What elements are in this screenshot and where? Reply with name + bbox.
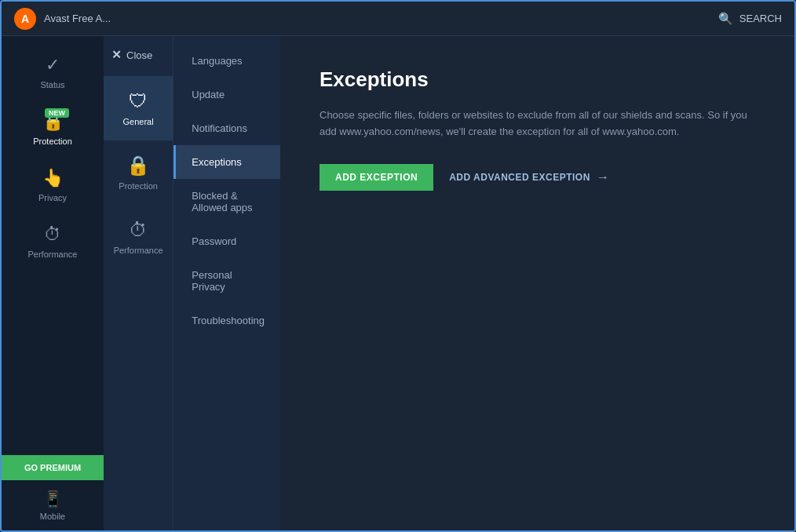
category-protection-icon: 🔒 [126,155,150,177]
avast-logo: A [14,8,36,30]
sidebar-label-protection: Protection [33,137,72,146]
menu-item-blocked-allowed[interactable]: Blocked & Allowed apps [173,179,280,224]
category-tab-general[interactable]: 🛡 General [104,76,173,140]
status-icon: ✓ [46,55,60,75]
close-button[interactable]: ✕ Close [104,40,173,76]
menu-item-personal-privacy[interactable]: Personal Privacy [173,258,280,304]
title-bar-left: A Avast Free A... [14,8,111,30]
sidebar-item-privacy[interactable]: 👆 Privacy [2,157,104,213]
add-advanced-exception-button[interactable]: ADD ADVANCED EXCEPTION → [449,170,609,184]
app-title: Avast Free A... [44,13,111,24]
sidebar-item-protection[interactable]: NEW 🔒 Protection [2,100,104,157]
menu-items: Languages Update Notifications Exception… [173,36,280,530]
privacy-icon: 👆 [42,168,64,188]
go-premium-button[interactable]: GO PREMIUM [2,455,104,480]
category-label-performance: Performance [114,246,163,255]
advanced-exception-label: ADD ADVANCED EXCEPTION [449,172,590,183]
close-x-icon: ✕ [111,48,122,62]
search-icon: 🔍 [718,12,733,26]
category-label-protection: Protection [119,181,158,191]
category-performance-icon: ⏱ [129,219,148,241]
app-window: A Avast Free A... 🔍 SEARCH ✓ Status NEW … [0,0,796,532]
sidebar-item-mobile[interactable]: 📱 Mobile [2,480,104,530]
menu-item-exceptions[interactable]: Exceptions [173,145,280,179]
category-tabs: ✕ Close 🛡 General 🔒 Protection ⏱ Perform… [104,36,173,530]
new-badge: NEW [45,108,69,118]
category-label-general: General [123,117,154,126]
performance-sidebar-icon: ⏱ [44,224,61,245]
sidebar-label-mobile: Mobile [40,512,65,521]
general-icon: 🛡 [129,90,148,112]
sidebar-label-privacy: Privacy [38,193,67,202]
settings-panel: ✕ Close 🛡 General 🔒 Protection ⏱ Perform… [104,36,280,530]
main-content: ✓ Status NEW 🔒 Protection 👆 Privacy ⏱ Pe… [2,36,794,530]
menu-item-password[interactable]: Password [173,224,280,258]
menu-item-languages[interactable]: Languages [173,44,280,78]
menu-item-notifications[interactable]: Notifications [173,111,280,145]
search-label: SEARCH [739,13,782,24]
title-bar: A Avast Free A... 🔍 SEARCH [2,2,794,36]
buttons-row: ADD EXCEPTION ADD ADVANCED EXCEPTION → [319,164,755,191]
category-tab-protection[interactable]: 🔒 Protection [104,140,173,205]
sidebar-label-status: Status [40,80,64,89]
page-title: Exceptions [319,67,755,92]
arrow-icon: → [597,170,610,184]
content-area: Exceptions Choose specific files, folder… [280,36,794,530]
sidebar-label-performance: Performance [28,250,78,259]
sidebar: ✓ Status NEW 🔒 Protection 👆 Privacy ⏱ Pe… [2,36,104,530]
close-label: Close [126,49,152,61]
category-tab-performance[interactable]: ⏱ Performance [104,205,173,269]
mobile-icon: 📱 [43,490,63,508]
search-button[interactable]: 🔍 SEARCH [718,12,782,26]
menu-item-update[interactable]: Update [173,78,280,111]
add-exception-button[interactable]: ADD EXCEPTION [319,164,433,191]
sidebar-item-performance[interactable]: ⏱ Performance [2,213,104,270]
sidebar-item-status[interactable]: ✓ Status [2,44,104,100]
content-description: Choose specific files, folders or websit… [319,107,755,140]
menu-item-troubleshooting[interactable]: Troubleshooting [173,304,280,337]
